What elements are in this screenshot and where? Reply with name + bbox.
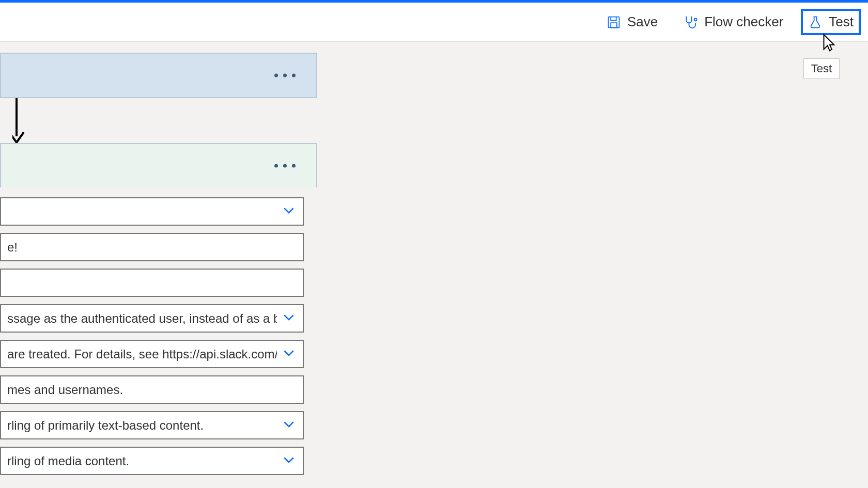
parse-mode-select[interactable]: are treated. For details, see https://ap…	[0, 340, 304, 368]
save-label: Save	[627, 14, 658, 30]
message-text-input[interactable]: e!	[0, 233, 304, 261]
card-menu-button[interactable]	[274, 164, 296, 168]
svg-rect-0	[608, 17, 619, 27]
flow-checker-button[interactable]: Flow checker	[675, 9, 791, 35]
svg-point-2	[694, 18, 697, 21]
save-button[interactable]: Save	[599, 9, 665, 35]
connector-arrow-icon	[12, 98, 37, 147]
flow-checker-label: Flow checker	[704, 14, 783, 30]
flask-icon	[808, 15, 823, 29]
trigger-card[interactable]	[0, 53, 317, 98]
field-value: ssage as the authenticated user, instead…	[7, 311, 277, 326]
channel-select[interactable]	[0, 197, 304, 226]
chevron-down-icon	[281, 202, 297, 221]
link-names-input[interactable]: mes and usernames.	[0, 375, 304, 404]
field-value: rling of media content.	[7, 454, 129, 468]
dot-icon	[274, 164, 278, 168]
stethoscope-icon	[683, 14, 698, 30]
test-button[interactable]: Test	[801, 9, 861, 35]
flow-canvas[interactable]: e! ssage as the authenticated user, inst…	[0, 42, 868, 488]
unfurl-media-select[interactable]: rling of media content.	[0, 447, 304, 475]
dot-icon	[292, 74, 296, 77]
svg-rect-1	[611, 23, 617, 27]
card-menu-button[interactable]	[274, 74, 296, 77]
command-bar: Save Flow checker Test	[0, 3, 868, 42]
dot-icon	[283, 74, 287, 77]
test-label: Test	[829, 14, 854, 30]
save-icon	[607, 15, 621, 29]
field-value: mes and usernames.	[7, 383, 123, 397]
unfurl-links-select[interactable]: rling of primarily text-based content.	[0, 411, 304, 439]
field-value: are treated. For details, see https://ap…	[7, 347, 277, 361]
chevron-down-icon	[281, 452, 297, 470]
action-card-header[interactable]	[0, 143, 317, 187]
dot-icon	[283, 164, 287, 168]
field-value: rling of primarily text-based content.	[7, 418, 204, 433]
field-value: e!	[7, 240, 18, 255]
post-as-user-select[interactable]: ssage as the authenticated user, instead…	[0, 304, 304, 333]
chevron-down-icon	[281, 416, 297, 435]
bot-name-input[interactable]	[0, 269, 304, 297]
action-card-form: e! ssage as the authenticated user, inst…	[0, 197, 304, 482]
dot-icon	[292, 164, 296, 168]
dot-icon	[274, 74, 278, 77]
chevron-down-icon	[281, 309, 297, 328]
chevron-down-icon	[281, 345, 297, 364]
